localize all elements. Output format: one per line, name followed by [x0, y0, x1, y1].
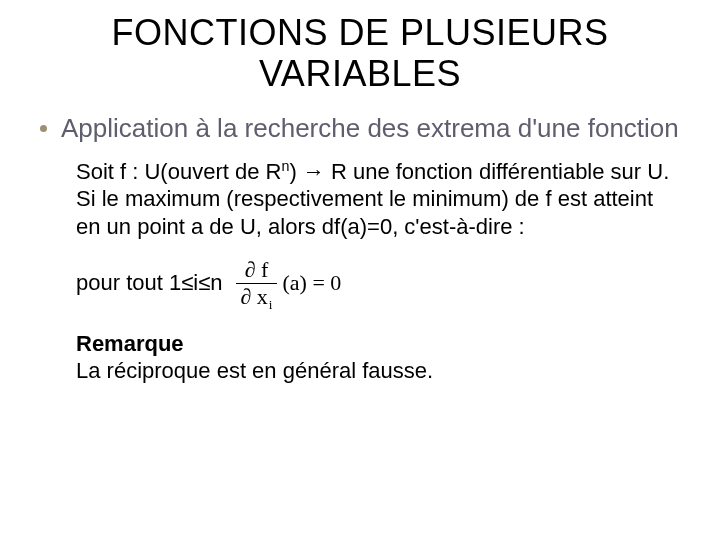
- den-main: ∂ x: [240, 284, 267, 309]
- fraction: ∂ f ∂ xi: [236, 258, 276, 307]
- for-all-text: pour tout 1≤i≤n: [76, 269, 222, 297]
- slide-title: FONCTIONS DE PLUSIEURS VARIABLES: [40, 12, 680, 95]
- formula-tail: (a) = 0: [283, 269, 342, 297]
- remark-block: Remarque La réciproque est en général fa…: [76, 330, 680, 385]
- fraction-numerator: ∂ f: [241, 258, 273, 281]
- formula-row: pour tout 1≤i≤n ∂ f ∂ xi (a) = 0: [76, 258, 680, 307]
- bullet-text: Application à la recherche des extrema d…: [61, 113, 679, 144]
- body-content: Soit f : U(ouvert de Rn) → R une fonctio…: [76, 158, 680, 385]
- remark-text: La réciproque est en général fausse.: [76, 358, 433, 383]
- def-part-a: Soit f : U(ouvert de R: [76, 159, 281, 184]
- fraction-denominator: ∂ xi: [236, 285, 276, 308]
- slide: FONCTIONS DE PLUSIEURS VARIABLES Applica…: [0, 0, 720, 540]
- paragraph-definition: Soit f : U(ouvert de Rn) → R une fonctio…: [76, 158, 680, 241]
- bullet-item: Application à la recherche des extrema d…: [40, 113, 680, 144]
- def-part-b: ) → R une fonction différentiable sur U.: [289, 159, 669, 184]
- bullet-dot-icon: [40, 125, 47, 132]
- den-subscript-i: i: [269, 297, 273, 312]
- paragraph-condition: Si le maximum (respectivement le minimum…: [76, 186, 653, 239]
- remark-label: Remarque: [76, 331, 184, 356]
- partial-derivative-formula: ∂ f ∂ xi (a) = 0: [236, 258, 341, 307]
